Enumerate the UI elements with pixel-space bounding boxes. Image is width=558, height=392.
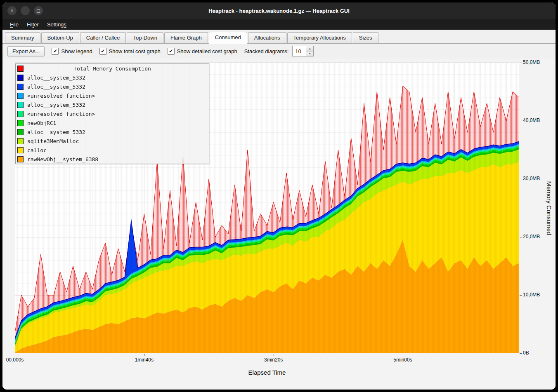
close-button[interactable]: × bbox=[7, 6, 17, 15]
tab-caller-callee[interactable]: Caller / Callee bbox=[80, 32, 126, 43]
stacked-diagrams-spinbox[interactable]: 10 ▲ ▼ bbox=[292, 46, 314, 56]
checkbox-show-total-cost-graph[interactable]: ✔Show total cost graph bbox=[99, 48, 161, 55]
menu-settings[interactable]: Settings bbox=[43, 20, 71, 29]
legend-swatch bbox=[17, 66, 24, 72]
legend-item-label: newObjRC1 bbox=[27, 120, 56, 126]
legend-item-label: <unresolved function> bbox=[27, 111, 95, 117]
legend-item-label: rawNewObj__system_6388 bbox=[27, 156, 98, 162]
spinner-down-icon[interactable]: ▼ bbox=[306, 52, 313, 56]
tab-flame-graph[interactable]: Flame Graph bbox=[164, 32, 208, 43]
chart-area: Total Memory Consumptionalloc__system_53… bbox=[2, 59, 556, 390]
legend-item-label: alloc__system_5332 bbox=[27, 129, 85, 135]
x-axis-title: Elapsed Time bbox=[248, 369, 286, 376]
y-tick-label: 30,0MB bbox=[523, 176, 540, 181]
maximize-button[interactable]: ◻ bbox=[34, 6, 43, 15]
legend-swatch bbox=[17, 120, 24, 126]
legend-swatch bbox=[17, 138, 24, 144]
menubar: FileFilterSettings bbox=[2, 19, 556, 30]
export-as-button[interactable]: Export As... bbox=[7, 46, 45, 56]
legend-item: alloc__system_5332 bbox=[16, 100, 209, 109]
legend-item: alloc__system_5332 bbox=[16, 82, 209, 91]
x-tick-label: 00.000s bbox=[6, 357, 24, 363]
legend-item: rawNewObj__system_6388 bbox=[16, 155, 209, 164]
legend-swatch bbox=[17, 93, 24, 99]
legend-item: alloc__system_5332 bbox=[16, 73, 209, 82]
app-window: ×–◻ Heaptrack - heaptrack.wakunode.1.gz … bbox=[2, 2, 556, 390]
x-tick-mark bbox=[274, 354, 274, 356]
x-tick-label: 3min20s bbox=[264, 357, 283, 363]
y-tick-mark bbox=[520, 121, 522, 121]
y-tick-mark bbox=[520, 63, 522, 63]
legend-swatch bbox=[17, 156, 24, 162]
legend-item: calloc bbox=[16, 146, 209, 155]
window-title: Heaptrack - heaptrack.wakunode.1.gz — He… bbox=[2, 2, 556, 19]
y-tick-label: 10,0MB bbox=[523, 292, 540, 298]
y-axis-title: Memory Consumed bbox=[546, 181, 553, 235]
tab-temporary-allocations[interactable]: Temporary Allocations bbox=[287, 32, 352, 43]
tab-bar: SummaryBottom-UpCaller / CalleeTop-DownF… bbox=[2, 30, 556, 44]
x-tick-mark bbox=[144, 354, 144, 356]
spinner-up-icon[interactable]: ▲ bbox=[306, 46, 313, 52]
legend-swatch bbox=[17, 75, 24, 81]
legend-item-label: alloc__system_5332 bbox=[27, 75, 85, 81]
checkbox-show-detailed-cost-graph[interactable]: ✔Show detailed cost graph bbox=[168, 48, 237, 55]
y-tick-mark bbox=[520, 237, 522, 237]
legend-title-text: Total Memory Consumption bbox=[73, 66, 151, 72]
y-tick-mark bbox=[520, 295, 522, 296]
checkbox-label: Show detailed cost graph bbox=[177, 48, 237, 54]
y-tick-label: 0B bbox=[523, 350, 529, 356]
window-controls: ×–◻ bbox=[7, 2, 43, 19]
legend-swatch bbox=[17, 129, 24, 135]
minimize-icon: – bbox=[24, 8, 27, 13]
tab-sizes[interactable]: Sizes bbox=[353, 32, 378, 43]
legend-item-label: sqlite3MemMalloc bbox=[27, 138, 79, 144]
titlebar: ×–◻ Heaptrack - heaptrack.wakunode.1.gz … bbox=[2, 2, 556, 19]
checkbox-icon[interactable]: ✔ bbox=[168, 48, 175, 55]
legend-item-label: <unresolved function> bbox=[27, 93, 95, 99]
legend-item: <unresolved function> bbox=[16, 109, 209, 118]
tab-consumed[interactable]: Consumed bbox=[209, 32, 247, 44]
legend-title-row: Total Memory Consumption bbox=[16, 64, 209, 73]
close-icon: × bbox=[10, 8, 13, 13]
minimize-button[interactable]: – bbox=[21, 6, 30, 15]
tab-top-down[interactable]: Top-Down bbox=[127, 32, 163, 43]
y-tick-label: 50,0MB bbox=[523, 59, 540, 65]
legend-item-label: alloc__system_5332 bbox=[27, 84, 85, 90]
legend-swatch bbox=[17, 111, 24, 117]
tab-allocations[interactable]: Allocations bbox=[248, 32, 286, 43]
y-tick-label: 40,0MB bbox=[523, 117, 540, 123]
x-tick-label: 1min40s bbox=[135, 357, 154, 363]
stacked-diagrams-value: 10 bbox=[293, 46, 306, 56]
chart-legend: Total Memory Consumptionalloc__system_53… bbox=[15, 63, 209, 164]
tab-summary[interactable]: Summary bbox=[5, 32, 40, 43]
maximize-icon: ◻ bbox=[36, 8, 40, 13]
x-tick-label: 5min00s bbox=[393, 357, 412, 363]
legend-item: sqlite3MemMalloc bbox=[16, 136, 209, 146]
legend-item: newObjRC1 bbox=[16, 118, 209, 127]
y-tick-mark bbox=[520, 179, 522, 179]
x-tick-mark bbox=[15, 354, 15, 356]
x-tick-mark bbox=[403, 354, 403, 356]
legend-item-label: calloc bbox=[27, 147, 47, 153]
toolbar: Export As... ✔Show legend✔Show total cos… bbox=[2, 44, 556, 59]
legend-item: <unresolved function> bbox=[16, 91, 209, 100]
legend-swatch bbox=[17, 102, 24, 108]
checkbox-label: Show total cost graph bbox=[109, 48, 161, 54]
checkbox-icon[interactable]: ✔ bbox=[99, 48, 106, 55]
legend-swatch bbox=[17, 147, 24, 153]
menu-filter[interactable]: Filter bbox=[23, 20, 43, 29]
y-tick-label: 20,0MB bbox=[523, 234, 540, 239]
checkbox-show-legend[interactable]: ✔Show legend bbox=[52, 48, 92, 55]
stacked-diagrams-label: Stacked diagrams: bbox=[244, 48, 289, 54]
y-tick-mark bbox=[520, 353, 522, 354]
legend-swatch bbox=[17, 84, 24, 90]
legend-item: alloc__system_5332 bbox=[16, 127, 209, 136]
menu-file[interactable]: File bbox=[6, 20, 23, 29]
tab-bottom-up[interactable]: Bottom-Up bbox=[41, 32, 79, 43]
checkbox-label: Show legend bbox=[61, 48, 92, 54]
legend-item-label: alloc__system_5332 bbox=[27, 102, 85, 108]
checkbox-icon[interactable]: ✔ bbox=[52, 48, 59, 55]
